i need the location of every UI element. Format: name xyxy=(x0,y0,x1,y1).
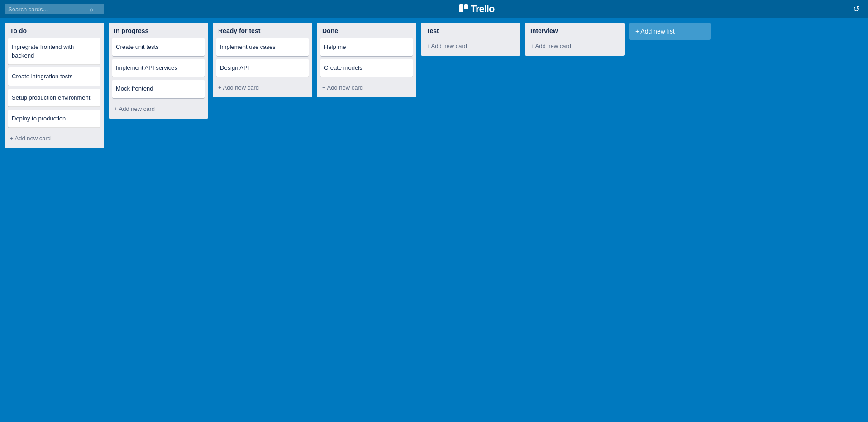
list-title-interview: Interview xyxy=(529,27,621,34)
card[interactable]: Implement use cases xyxy=(216,38,309,56)
list-ready-for-test: Ready for testImplement use casesDesign … xyxy=(213,23,312,97)
card-text: Design API xyxy=(220,64,249,71)
undo-button[interactable]: ↺ xyxy=(849,2,863,16)
list-title-in-progress: In progress xyxy=(112,27,205,34)
list-test: Test+ Add new card xyxy=(421,23,520,56)
card-text: Setup production environment xyxy=(12,94,90,101)
card[interactable]: Create unit tests xyxy=(112,38,205,56)
add-card-button-test[interactable]: + Add new card xyxy=(424,40,517,52)
cards-container-ready-for-test: Implement use casesDesign API xyxy=(216,38,309,80)
card-text: Create unit tests xyxy=(116,43,159,50)
list-in-progress: In progressCreate unit testsImplement AP… xyxy=(109,23,208,119)
search-input[interactable] xyxy=(8,6,90,13)
list-title-todo: To do xyxy=(8,27,100,34)
add-card-button-in-progress[interactable]: + Add new card xyxy=(112,103,205,115)
logo-icon xyxy=(459,4,468,14)
logo: Trello xyxy=(459,3,495,15)
cards-container-done: Help meCreate models xyxy=(320,38,413,80)
card-text: Implement API services xyxy=(116,64,177,71)
svg-rect-1 xyxy=(464,4,468,9)
card-text: Ingregrate frontend with backend xyxy=(12,43,74,59)
cards-container-todo: Ingregrate frontend with backendCreate i… xyxy=(8,38,100,130)
card-text: Implement use cases xyxy=(220,43,276,50)
card[interactable]: Deploy to production xyxy=(8,110,100,128)
card-text: Deploy to production xyxy=(12,115,66,122)
board: To doIngregrate frontend with backendCre… xyxy=(0,18,868,422)
cards-container-in-progress: Create unit testsImplement API servicesM… xyxy=(112,38,205,101)
card-text: Create integration tests xyxy=(12,73,72,80)
add-card-button-interview[interactable]: + Add new card xyxy=(529,40,621,52)
svg-rect-0 xyxy=(459,4,463,12)
card-text: Mock frontend xyxy=(116,85,153,92)
header-actions: ↺ xyxy=(849,2,863,16)
logo-text: Trello xyxy=(471,3,495,15)
add-card-button-ready-for-test[interactable]: + Add new card xyxy=(216,82,309,94)
card[interactable]: Implement API services xyxy=(112,59,205,77)
search-container: ⌕ xyxy=(5,4,104,14)
card-text: Help me xyxy=(324,43,346,50)
card[interactable]: Create models xyxy=(320,59,413,77)
card[interactable]: Mock frontend xyxy=(112,80,205,98)
add-list-button[interactable]: + Add new list xyxy=(629,23,711,40)
search-icon: ⌕ xyxy=(90,5,93,13)
list-title-done: Done xyxy=(320,27,413,34)
list-interview: Interview+ Add new card xyxy=(525,23,625,56)
card[interactable]: Help me xyxy=(320,38,413,56)
card[interactable]: Design API xyxy=(216,59,309,77)
card[interactable]: Ingregrate frontend with backend xyxy=(8,38,100,65)
card[interactable]: Setup production environment xyxy=(8,89,100,107)
add-card-button-todo[interactable]: + Add new card xyxy=(8,132,100,144)
list-title-test: Test xyxy=(424,27,517,34)
app-header: ⌕ Trello ↺ xyxy=(0,0,868,18)
list-title-ready-for-test: Ready for test xyxy=(216,27,309,34)
list-done: DoneHelp meCreate models+ Add new card xyxy=(317,23,416,97)
card-text: Create models xyxy=(324,64,362,71)
card[interactable]: Create integration tests xyxy=(8,67,100,86)
list-todo: To doIngregrate frontend with backendCre… xyxy=(5,23,104,148)
add-card-button-done[interactable]: + Add new card xyxy=(320,82,413,94)
